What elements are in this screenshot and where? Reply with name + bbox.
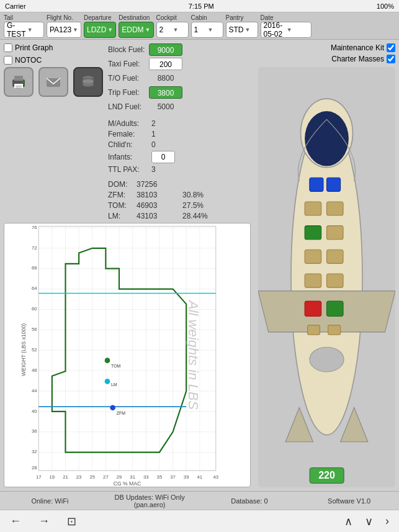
zfm-label: ZFM:: [108, 191, 134, 199]
maintenance-kit-row: Maintenance Kit: [258, 43, 395, 52]
aircraft-view: 220: [258, 67, 395, 487]
block-fuel-label: Block Fuel:: [108, 45, 146, 54]
destination-label: Destination: [119, 14, 150, 21]
svg-text:33: 33: [143, 474, 149, 480]
svg-text:WEIGHT (LBS x1000): WEIGHT (LBS x1000): [20, 323, 27, 376]
to-fuel-row: T/O Fuel: 8800: [108, 72, 182, 84]
date-arrow: ▼: [287, 27, 308, 33]
toolbar-left: ← → ⊡: [6, 513, 80, 530]
tom-value: 46903: [137, 201, 180, 210]
back-button[interactable]: ←: [6, 513, 25, 530]
date-field: Date 2016-05-02 ▼: [261, 14, 312, 38]
lm-value: 43103: [137, 212, 180, 220]
lnd-fuel-row: LND Fuel: 5000: [108, 101, 182, 113]
scroll-up-button[interactable]: ∧: [341, 513, 356, 530]
email-button[interactable]: [38, 67, 68, 97]
right-panel: Maintenance Kit Charter Masses: [254, 40, 399, 491]
flight-label: Flight No.: [47, 14, 73, 21]
svg-rect-82: [327, 202, 344, 215]
maintenance-kit-checkbox[interactable]: [387, 43, 395, 52]
battery-label: 100%: [377, 2, 394, 10]
checkboxes-section: Print Graph NOTOC: [4, 43, 103, 65]
female-row: Female: 1: [108, 130, 175, 138]
trip-fuel-value[interactable]: 3800: [149, 86, 182, 99]
flight-select[interactable]: PA123 ▼: [47, 22, 81, 38]
cabin-label: Cabin: [191, 14, 207, 21]
copy-button[interactable]: ⊡: [63, 513, 80, 530]
forward-button[interactable]: →: [35, 513, 53, 530]
svg-rect-86: [327, 250, 344, 263]
cockpit-select[interactable]: 2 ▼: [156, 22, 189, 38]
svg-text:68: 68: [32, 265, 37, 271]
tom-label: TOM:: [108, 201, 134, 210]
madults-value: 2: [151, 119, 156, 128]
svg-text:37: 37: [170, 474, 176, 480]
maintenance-kit-label: Maintenance Kit: [331, 43, 384, 52]
time-label: 7:15 PM: [189, 2, 214, 10]
wifi-status: Online: WiFi: [6, 497, 94, 505]
notoc-checkbox[interactable]: [4, 56, 12, 65]
cabin-arrow: ▼: [208, 27, 220, 33]
cg-chart: All weights in LBS 76 72 68 64 60 56 52 …: [4, 223, 251, 487]
cockpit-arrow: ▼: [173, 27, 186, 33]
tail-arrow: ▼: [27, 27, 41, 33]
cockpit-label: Cockpit: [156, 14, 177, 21]
toolbar-right: ∧ ∨ ›: [341, 513, 393, 530]
svg-point-93: [310, 347, 344, 372]
cabin-select[interactable]: 1 ▼: [191, 22, 223, 38]
tail-select[interactable]: G-TEST ▼: [4, 22, 44, 38]
svg-rect-87: [305, 274, 321, 287]
svg-text:43: 43: [213, 474, 218, 480]
block-fuel-value[interactable]: 9000: [149, 43, 182, 56]
to-fuel-label: T/O Fuel:: [108, 74, 146, 83]
to-fuel-value: 8800: [149, 72, 182, 84]
charter-masses-checkbox[interactable]: [387, 55, 395, 63]
svg-rect-84: [327, 226, 344, 240]
date-label: Date: [261, 14, 274, 21]
weight-badge: 220: [309, 467, 344, 484]
svg-text:35: 35: [157, 474, 163, 480]
weight-info: DOM: 37256 ZFM: 38103 30.8% TOM: 46903 2…: [108, 180, 208, 220]
print-graph-checkbox[interactable]: [4, 43, 12, 52]
tom-pct: 27.5%: [182, 201, 204, 210]
ttl-pax-value: 3: [151, 165, 156, 174]
aircraft-svg: [258, 67, 395, 487]
departure-label: Departure: [84, 14, 111, 21]
svg-text:36: 36: [32, 428, 37, 434]
zfm-pct: 30.8%: [182, 191, 204, 199]
taxi-fuel-value[interactable]: 200: [149, 58, 182, 70]
zfm-value: 38103: [137, 191, 180, 199]
svg-text:40: 40: [32, 408, 37, 414]
svg-text:17: 17: [36, 474, 42, 480]
scroll-down-button[interactable]: ∨: [361, 513, 377, 530]
notoc-row: NOTOC: [4, 56, 103, 65]
lm-label: LM:: [108, 212, 134, 220]
pantry-select[interactable]: STD ▼: [226, 22, 258, 38]
destination-select[interactable]: EDDM ▼: [119, 22, 153, 38]
svg-text:TOM: TOM: [111, 364, 120, 368]
database-button[interactable]: [73, 67, 103, 97]
lm-pct: 28.44%: [182, 212, 208, 220]
svg-rect-1: [14, 76, 23, 81]
svg-text:48: 48: [32, 367, 37, 373]
svg-rect-83: [305, 226, 321, 240]
ttl-pax-label: TTL PAX:: [108, 165, 148, 174]
print-button[interactable]: [4, 67, 34, 97]
infants-input[interactable]: [151, 151, 175, 163]
dom-label: DOM:: [108, 180, 134, 189]
svg-text:39: 39: [184, 474, 189, 480]
trip-fuel-label: Trip Fuel:: [108, 88, 146, 97]
svg-text:25: 25: [89, 474, 95, 480]
ttl-pax-row: TTL PAX: 3: [108, 165, 175, 174]
svg-text:19: 19: [50, 474, 55, 480]
email-icon: [45, 73, 62, 91]
flight-arrow: ▼: [73, 27, 78, 33]
date-select[interactable]: 2016-05-02 ▼: [261, 22, 312, 38]
scroll-right-button[interactable]: ›: [382, 513, 393, 530]
svg-rect-80: [327, 178, 341, 191]
cockpit-field: Cockpit 2 ▼: [156, 14, 189, 38]
departure-select[interactable]: LDZD ▼: [84, 22, 116, 38]
lm-point: [105, 379, 110, 384]
svg-text:32: 32: [32, 449, 37, 454]
printer-icon: [10, 73, 27, 91]
